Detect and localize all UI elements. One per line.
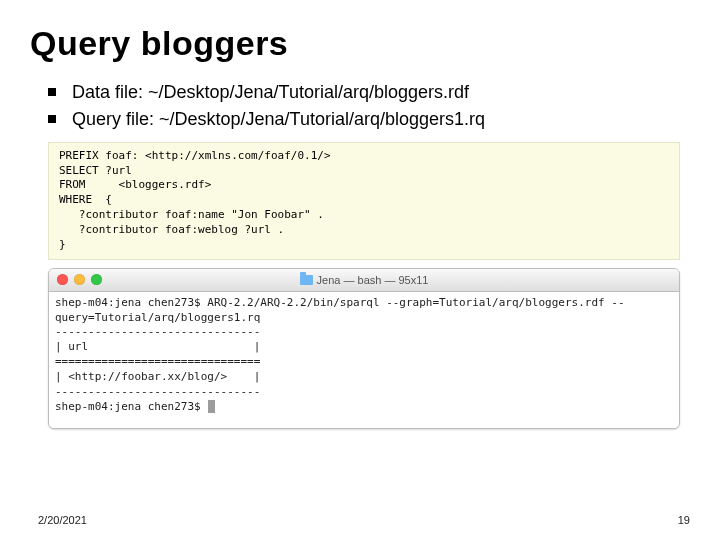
close-icon[interactable] <box>57 274 68 285</box>
minimize-icon[interactable] <box>74 274 85 285</box>
sparql-code-block: PREFIX foaf: <http://xmlns.com/foaf/0.1/… <box>48 142 680 260</box>
footer-page-number: 19 <box>678 514 690 526</box>
bullet-icon <box>48 115 56 123</box>
terminal-output: shep-m04:jena chen273$ ARQ-2.2/ARQ-2.2/b… <box>55 296 625 398</box>
bullet-text: Data file: ~/Desktop/Jena/Tutorial/arq/b… <box>72 81 469 104</box>
terminal-prompt: shep-m04:jena chen273$ <box>55 400 207 413</box>
footer: 2/20/2021 19 <box>38 514 690 526</box>
maximize-icon[interactable] <box>91 274 102 285</box>
cursor-icon <box>208 400 215 413</box>
bullet-item: Data file: ~/Desktop/Jena/Tutorial/arq/b… <box>48 81 690 104</box>
terminal-titlebar: Jena — bash — 95x11 <box>49 269 679 292</box>
bullet-list: Data file: ~/Desktop/Jena/Tutorial/arq/b… <box>48 81 690 132</box>
bullet-icon <box>48 88 56 96</box>
terminal-body: shep-m04:jena chen273$ ARQ-2.2/ARQ-2.2/b… <box>49 292 679 428</box>
terminal-window: Jena — bash — 95x11 shep-m04:jena chen27… <box>48 268 680 429</box>
slide: Query bloggers Data file: ~/Desktop/Jena… <box>0 0 720 540</box>
footer-date: 2/20/2021 <box>38 514 87 526</box>
bullet-text: Query file: ~/Desktop/Jena/Tutorial/arq/… <box>72 108 485 131</box>
terminal-title-text: Jena — bash — 95x11 <box>317 274 429 286</box>
folder-icon <box>300 275 313 285</box>
bullet-item: Query file: ~/Desktop/Jena/Tutorial/arq/… <box>48 108 690 131</box>
slide-title: Query bloggers <box>30 24 690 63</box>
terminal-title: Jena — bash — 95x11 <box>49 274 679 286</box>
